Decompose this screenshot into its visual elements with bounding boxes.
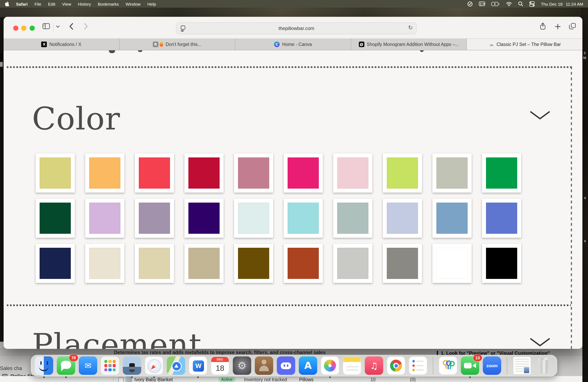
menu-file[interactable]: File: [34, 1, 41, 6]
notification-badge: 13: [473, 354, 482, 361]
dock-discord[interactable]: [277, 356, 295, 375]
sidebar-toggle-icon[interactable]: [42, 23, 50, 29]
dock-minimized-window[interactable]: [513, 356, 531, 375]
dock-music[interactable]: ♫: [365, 356, 383, 375]
forward-button[interactable]: [84, 23, 88, 30]
new-tab-icon[interactable]: [555, 24, 561, 30]
dock-word[interactable]: W: [189, 356, 207, 375]
dock-mail[interactable]: ✉: [79, 356, 97, 375]
color-swatch-r1-c9[interactable]: [432, 153, 472, 192]
color-swatch-r2-c1[interactable]: [36, 199, 75, 238]
system-settings-icon: ⚙: [233, 356, 251, 375]
tab-overview-icon[interactable]: [569, 23, 576, 30]
color-swatch-r3-c3[interactable]: [135, 244, 174, 283]
reader-view-icon[interactable]: [180, 25, 186, 33]
dock-system-settings[interactable]: ⚙: [233, 356, 251, 375]
keyboard-window-icon[interactable]: ⌘: [479, 1, 485, 6]
color-swatch-r2-c3[interactable]: [135, 199, 174, 238]
color-swatch-r3-c2[interactable]: [85, 244, 125, 283]
control-center-icon[interactable]: [529, 1, 535, 7]
color-swatch-r1-c1[interactable]: [36, 153, 75, 192]
color-swatch-r2-c10[interactable]: [482, 199, 521, 238]
color-swatch-r2-c5[interactable]: [234, 199, 273, 238]
product-table-row[interactable]: Ivory Baby Blanket Active Inventory not …: [0, 376, 582, 382]
share-icon[interactable]: [540, 22, 546, 30]
address-bar[interactable]: thepillowbar.com ↻: [176, 22, 417, 34]
dock-messages[interactable]: 78: [57, 356, 75, 375]
dock-app-store[interactable]: A: [299, 356, 317, 375]
dock-zoom[interactable]: zoom: [483, 356, 501, 375]
menu-view[interactable]: View: [62, 1, 71, 6]
dock-contacts[interactable]: [255, 356, 273, 375]
color-swatch-r2-c8[interactable]: [383, 199, 422, 238]
color-swatch-r3-c1[interactable]: [36, 244, 75, 283]
wifi-icon[interactable]: [506, 1, 512, 6]
color-swatch-r1-c4[interactable]: [184, 153, 224, 192]
browser-tab-3[interactable]: CHome - Canva: [235, 39, 351, 50]
row-checkbox[interactable]: [118, 377, 124, 382]
color-swatch-r2-c6[interactable]: [284, 199, 323, 238]
dock-safari[interactable]: [145, 356, 163, 375]
color-swatch-r3-c6[interactable]: [284, 244, 323, 283]
color-swatch-r3-c4[interactable]: [184, 244, 224, 283]
dock-notes[interactable]: [343, 356, 361, 375]
browser-tab-1[interactable]: XNotifications / X: [4, 39, 119, 50]
spotlight-search-icon[interactable]: [518, 1, 523, 6]
collapse-chevron-icon[interactable]: [530, 110, 550, 122]
color-swatch-r3-c8[interactable]: [383, 244, 422, 283]
battery-icon[interactable]: [491, 1, 500, 6]
color-swatch-r2-c7[interactable]: [333, 199, 372, 238]
apple-menu-icon[interactable]: [5, 1, 9, 6]
menu-help[interactable]: Help: [147, 1, 156, 6]
menu-bar-clock[interactable]: Thu Dec 18 11:24 AM: [541, 1, 583, 6]
color-swatch-r1-c10[interactable]: [482, 153, 521, 192]
color-swatch-r3-c5[interactable]: [234, 244, 273, 283]
color-swatch-r2-c9[interactable]: [432, 199, 472, 238]
photos-icon: [321, 356, 339, 375]
dock-maps[interactable]: [167, 356, 185, 375]
dock-photo-window[interactable]: [123, 356, 141, 375]
browser-tab-2[interactable]: RDon't forget this...: [119, 39, 235, 50]
dock-reminders[interactable]: [409, 356, 427, 375]
reload-icon[interactable]: ↻: [408, 24, 413, 31]
menu-date: Thu Dec 18: [541, 1, 563, 6]
color-swatch-r1-c7[interactable]: [333, 153, 372, 192]
menu-window[interactable]: Window: [126, 1, 141, 6]
color-swatch-r1-c5[interactable]: [234, 153, 273, 192]
swatch-color: [40, 203, 71, 234]
minimize-window-button[interactable]: [21, 26, 26, 31]
checkmark-circle-icon[interactable]: [467, 1, 473, 7]
color-swatch-r1-c2[interactable]: [85, 153, 125, 192]
dock: 78✉WDEC18⚙A♫13zoom: [31, 355, 557, 376]
browser-tab-5-active[interactable]: ☁Classic PJ Set – The Pillow Bar: [467, 39, 582, 50]
color-swatch-r2-c2[interactable]: [85, 199, 125, 238]
color-swatch-r1-c6[interactable]: [284, 153, 323, 192]
notes-icon: [343, 356, 361, 375]
color-swatch-r3-c10[interactable]: [482, 244, 521, 283]
dock-launchpad[interactable]: [101, 356, 119, 375]
zoom-window-button[interactable]: [30, 26, 35, 31]
menu-edit[interactable]: Edit: [48, 1, 55, 6]
menu-history[interactable]: History: [78, 1, 91, 6]
close-window-button[interactable]: [13, 26, 18, 31]
dock-photos[interactable]: [321, 356, 339, 375]
menu-bookmarks[interactable]: Bookmarks: [98, 1, 119, 6]
menu-safari[interactable]: Safari: [16, 1, 28, 6]
shopify-favicon-icon: Ø: [358, 41, 364, 47]
dock-passwords[interactable]: [439, 356, 457, 375]
color-swatch-r1-c3[interactable]: [135, 153, 174, 192]
browser-tab-4[interactable]: ØShopify Monogram Addition Without Apps …: [351, 39, 467, 50]
sidebar-chevron-icon[interactable]: [56, 25, 60, 28]
dock-finder[interactable]: [35, 356, 53, 375]
dock-chrome[interactable]: [387, 356, 405, 375]
dock-calendar[interactable]: DEC18: [211, 356, 229, 375]
color-swatch-r2-c4[interactable]: [184, 199, 224, 238]
color-swatch-r1-c8[interactable]: [383, 153, 422, 192]
back-button[interactable]: [69, 23, 74, 30]
dock-trash[interactable]: [535, 356, 553, 375]
sidebar-item-sales-channels[interactable]: Sales cha: [0, 366, 22, 371]
color-swatch-r3-c9[interactable]: [432, 244, 472, 283]
dock-facetime[interactable]: 13: [461, 356, 479, 375]
collapse-chevron-icon[interactable]: [530, 337, 550, 349]
color-swatch-r3-c7[interactable]: [333, 244, 372, 283]
